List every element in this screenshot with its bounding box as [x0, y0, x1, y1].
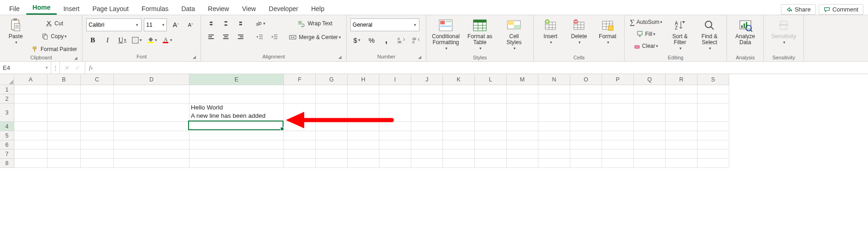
- cell[interactable]: [570, 85, 602, 94]
- col-header-E[interactable]: E: [189, 74, 284, 85]
- cell[interactable]: [697, 140, 729, 150]
- cell[interactable]: [114, 131, 189, 140]
- cell[interactable]: [570, 150, 602, 159]
- analyze-data-button[interactable]: Analyze Data: [731, 17, 760, 55]
- cell[interactable]: [475, 140, 507, 150]
- cell[interactable]: [14, 85, 47, 94]
- cell[interactable]: [538, 104, 570, 122]
- cell[interactable]: [634, 94, 666, 104]
- cell[interactable]: [284, 131, 316, 140]
- cell[interactable]: [284, 140, 316, 150]
- cell[interactable]: [666, 150, 697, 159]
- cell[interactable]: [348, 85, 379, 94]
- col-header-P[interactable]: P: [602, 74, 634, 85]
- align-bottom-button[interactable]: [234, 18, 247, 29]
- select-all-corner[interactable]: [0, 74, 14, 85]
- cell-E3[interactable]: Hello World A new line has been added: [189, 104, 284, 122]
- cell[interactable]: [14, 150, 47, 159]
- cell[interactable]: [602, 94, 634, 104]
- cell[interactable]: [379, 122, 411, 131]
- row-header-6[interactable]: 6: [0, 140, 14, 150]
- col-header-L[interactable]: L: [475, 74, 507, 85]
- cell[interactable]: [316, 122, 348, 131]
- cell[interactable]: [411, 131, 443, 140]
- cell-E4[interactable]: [189, 122, 284, 131]
- find-select-button[interactable]: Find & Select▾: [696, 17, 723, 55]
- cell[interactable]: [81, 159, 114, 168]
- autosum-button[interactable]: ∑ AutoSum▾: [628, 17, 664, 27]
- paste-button[interactable]: Paste ▾: [4, 17, 28, 55]
- align-middle-button[interactable]: [219, 18, 232, 29]
- col-header-A[interactable]: A: [14, 74, 47, 85]
- tab-data[interactable]: Data: [175, 2, 201, 15]
- cell[interactable]: [348, 140, 379, 150]
- cell[interactable]: [114, 94, 189, 104]
- cell[interactable]: [443, 131, 475, 140]
- cell[interactable]: [570, 122, 602, 131]
- cell[interactable]: [189, 159, 284, 168]
- row-header-2[interactable]: 2: [0, 94, 14, 104]
- cell[interactable]: [507, 94, 538, 104]
- row-header-7[interactable]: 7: [0, 150, 14, 159]
- cell[interactable]: [666, 159, 697, 168]
- cell[interactable]: [666, 85, 697, 94]
- row-header-3[interactable]: 3: [0, 104, 14, 122]
- worksheet-grid[interactable]: A B C D E F G H I J K L M N O P Q R S 1 …: [0, 74, 868, 236]
- cell[interactable]: [634, 140, 666, 150]
- delete-cells-button[interactable]: Delete▾: [566, 17, 592, 55]
- tab-help[interactable]: Help: [305, 2, 331, 15]
- cell[interactable]: [47, 131, 81, 140]
- cell[interactable]: [475, 94, 507, 104]
- cell[interactable]: [570, 104, 602, 122]
- orientation-button[interactable]: ab▾: [254, 18, 267, 29]
- cell[interactable]: [14, 94, 47, 104]
- col-header-H[interactable]: H: [348, 74, 379, 85]
- grow-font-button[interactable]: A˄: [169, 20, 182, 30]
- cell[interactable]: [570, 94, 602, 104]
- col-header-O[interactable]: O: [570, 74, 602, 85]
- cell[interactable]: [475, 104, 507, 122]
- cell[interactable]: [316, 131, 348, 140]
- cell[interactable]: [602, 104, 634, 122]
- cell[interactable]: [47, 94, 81, 104]
- cell[interactable]: [634, 104, 666, 122]
- cell[interactable]: [81, 85, 114, 94]
- col-header-I[interactable]: I: [379, 74, 411, 85]
- cell[interactable]: [634, 131, 666, 140]
- cell[interactable]: [475, 150, 507, 159]
- cell[interactable]: [602, 159, 634, 168]
- col-header-B[interactable]: B: [47, 74, 81, 85]
- cell[interactable]: [348, 150, 379, 159]
- cell[interactable]: [81, 140, 114, 150]
- cell[interactable]: [316, 159, 348, 168]
- cut-button[interactable]: Cut: [30, 18, 78, 29]
- cell[interactable]: [316, 85, 348, 94]
- cell[interactable]: [379, 150, 411, 159]
- cell[interactable]: [81, 131, 114, 140]
- cell[interactable]: [47, 150, 81, 159]
- cell[interactable]: [14, 104, 47, 122]
- cell[interactable]: [666, 131, 697, 140]
- cell[interactable]: [443, 104, 475, 122]
- cell[interactable]: [114, 122, 189, 131]
- increase-indent-button[interactable]: [268, 32, 281, 42]
- cell[interactable]: [379, 104, 411, 122]
- cell[interactable]: [475, 131, 507, 140]
- wrap-text-button[interactable]: ab Wrap Text: [288, 18, 342, 29]
- percent-button[interactable]: %: [365, 35, 378, 45]
- cell[interactable]: [475, 85, 507, 94]
- enter-formula-button[interactable]: ✓: [75, 64, 80, 71]
- cell[interactable]: [666, 94, 697, 104]
- clear-button[interactable]: Clear▾: [628, 41, 664, 51]
- cell[interactable]: [47, 140, 81, 150]
- cell[interactable]: [81, 94, 114, 104]
- name-box[interactable]: E4 ▾: [0, 62, 51, 74]
- cell[interactable]: [411, 140, 443, 150]
- increase-decimal-button[interactable]: .0.00: [395, 35, 407, 45]
- col-header-S[interactable]: S: [697, 74, 729, 85]
- align-right-button[interactable]: [234, 32, 247, 42]
- sort-filter-button[interactable]: AZ Sort & Filter▾: [667, 17, 693, 55]
- cell[interactable]: [411, 104, 443, 122]
- accounting-format-button[interactable]: $▾: [350, 35, 363, 45]
- cell[interactable]: [570, 140, 602, 150]
